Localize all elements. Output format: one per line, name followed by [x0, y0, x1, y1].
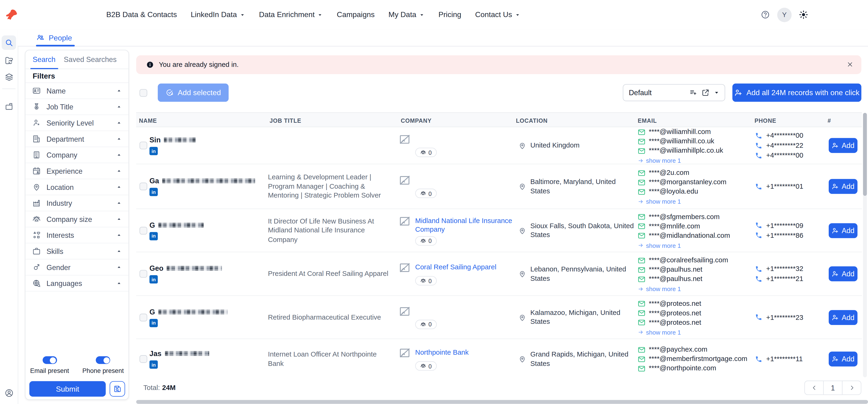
email-item: ****@williamhill.co.uk: [638, 137, 758, 146]
company-top: [399, 133, 516, 145]
toggle-switch-phone-present[interactable]: [96, 356, 111, 364]
save-search-button[interactable]: [110, 381, 125, 397]
external-link-icon[interactable]: [702, 89, 710, 97]
add-button[interactable]: Add: [829, 138, 858, 153]
select-all-checkbox[interactable]: [140, 89, 147, 97]
nav-item-label: Pricing: [438, 10, 461, 19]
rail-item-folder-out[interactable]: [2, 99, 16, 114]
add-button[interactable]: Add: [829, 223, 858, 238]
phone-cell: +1********01: [755, 181, 832, 192]
help-icon[interactable]: [761, 10, 770, 20]
add-selected-button[interactable]: Add selected: [158, 83, 228, 102]
filter-item-company[interactable]: Company: [26, 147, 128, 163]
add-button-label: Add: [842, 313, 855, 321]
filter-item-languages[interactable]: Languages: [26, 275, 128, 292]
show-more-link[interactable]: show more 1: [638, 242, 758, 248]
vertical-scrollbar-thumb[interactable]: [863, 113, 867, 196]
prev-page-button[interactable]: [804, 381, 824, 395]
row-checkbox[interactable]: [140, 355, 147, 363]
nav-item-campaigns[interactable]: Campaigns: [337, 10, 375, 19]
tab-search[interactable]: Search: [33, 56, 56, 64]
linkedin-icon[interactable]: in: [150, 147, 158, 155]
phone-item: +4********00: [755, 150, 832, 161]
nav-item-label: Campaigns: [337, 10, 375, 19]
add-all-button[interactable]: Add all 24M records with one click: [732, 83, 861, 102]
arrow-right-icon: [638, 286, 644, 292]
horizontal-scrollbar[interactable]: [136, 400, 868, 404]
filter-item-experience[interactable]: Experience: [26, 163, 128, 179]
nav-item-my-data[interactable]: My Data: [389, 10, 425, 19]
nav-item-b2b-data-contacts[interactable]: B2B Data & Contacts: [106, 10, 177, 19]
row-checkbox[interactable]: [140, 142, 147, 149]
rail-item-search[interactable]: [2, 35, 16, 50]
show-more-link[interactable]: show more 1: [638, 198, 758, 205]
nav-item-contact-us[interactable]: Contact Us: [475, 10, 521, 19]
show-more-link[interactable]: show more 1: [638, 329, 758, 336]
email-item: ****@proteos.net: [638, 318, 758, 327]
company-link[interactable]: Midland National Life Insurance Company: [415, 215, 516, 234]
chevron-down-icon: [714, 90, 720, 96]
nav-item-pricing[interactable]: Pricing: [438, 10, 461, 19]
email-item: ****@coralreefsailing.com: [638, 256, 758, 265]
module-tabbar: People: [18, 29, 868, 46]
next-page-button[interactable]: [842, 381, 862, 395]
filter-item-skills[interactable]: Skills: [26, 243, 128, 260]
tab-people[interactable]: People: [36, 29, 72, 46]
email-text: ****@morganstanley.com: [649, 178, 726, 187]
rail-item-folder-sync[interactable]: [2, 53, 16, 68]
toggle-switch-email-present[interactable]: [42, 356, 57, 364]
show-more-link[interactable]: show more 1: [638, 285, 758, 292]
chevron-up-icon: [116, 280, 122, 286]
list-plus-icon[interactable]: [689, 89, 698, 97]
filter-item-location[interactable]: Location: [26, 179, 128, 196]
location-text: Grand Rapids, Michigan, United States: [530, 350, 637, 368]
add-button[interactable]: Add: [829, 179, 858, 194]
tab-saved-searches[interactable]: Saved Searches: [64, 56, 117, 64]
linkedin-icon[interactable]: in: [150, 319, 158, 327]
add-button[interactable]: Add: [829, 266, 858, 281]
email-item: ****@mnlife.com: [638, 222, 758, 231]
filter-item-interests[interactable]: Interests: [26, 227, 128, 243]
filter-item-name[interactable]: Name: [26, 83, 128, 99]
add-cell: Add: [829, 223, 858, 238]
floppy-search-icon: [113, 384, 122, 393]
linkedin-icon[interactable]: in: [150, 360, 158, 368]
list-select-dropdown[interactable]: Default: [623, 84, 725, 101]
filter-item-department[interactable]: Department: [26, 131, 128, 147]
phone-text: +1********01: [766, 181, 803, 192]
filter-item-gender[interactable]: Gender: [26, 260, 128, 276]
close-icon[interactable]: [846, 61, 854, 68]
location-text: Kalamazoo, Michigan, United States: [530, 308, 637, 326]
filter-item-seniority-level[interactable]: Seniority Level: [26, 115, 128, 131]
nav-item-linkedin-data[interactable]: LinkedIn Data: [191, 10, 245, 19]
company-link[interactable]: Coral Reef Sailing Apparel: [415, 262, 496, 274]
avatar[interactable]: Y: [777, 7, 792, 22]
row-checkbox-cell: [140, 227, 147, 234]
theme-toggle-sun-icon[interactable]: [799, 10, 808, 20]
filter-item-industry[interactable]: Industry: [26, 195, 128, 211]
submit-button[interactable]: Submit: [29, 381, 106, 397]
filter-item-company-size[interactable]: Company size: [26, 211, 128, 228]
chevron-up-icon: [116, 264, 122, 270]
rail-item-user-circle[interactable]: [2, 385, 16, 400]
show-more-link[interactable]: show more 1: [638, 157, 758, 164]
row-checkbox[interactable]: [140, 227, 147, 234]
chevron-up-icon: [116, 168, 122, 174]
rail-item-layers[interactable]: [2, 70, 16, 84]
email-text: ****@paulhus.net: [649, 274, 702, 284]
nav-item-data-enrichment[interactable]: Data Enrichment: [259, 10, 323, 19]
filter-item-job-title[interactable]: Job Title: [26, 99, 128, 115]
row-checkbox[interactable]: [140, 313, 147, 321]
person-name-prefix: G: [150, 221, 155, 229]
rocket-logo-icon[interactable]: [6, 8, 18, 21]
email-text: ****@sfgmembers.com: [649, 212, 720, 222]
add-button[interactable]: Add: [829, 310, 858, 325]
row-checkbox[interactable]: [140, 270, 147, 278]
linkedin-icon[interactable]: in: [150, 275, 158, 283]
row-checkbox[interactable]: [140, 182, 147, 190]
add-button[interactable]: Add: [829, 351, 858, 367]
image-placeholder-icon: [399, 215, 411, 227]
linkedin-icon[interactable]: in: [150, 232, 158, 240]
linkedin-icon[interactable]: in: [150, 188, 158, 196]
company-link[interactable]: Northpointe Bank: [415, 347, 469, 359]
